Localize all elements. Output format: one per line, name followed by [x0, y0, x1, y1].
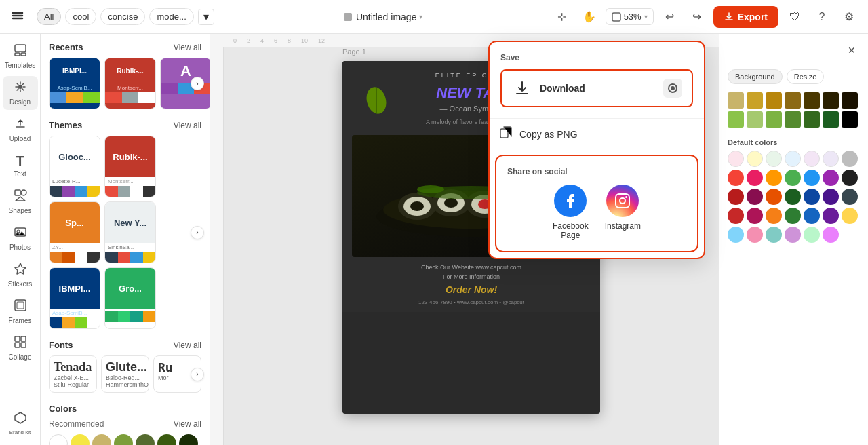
list-item[interactable]: IBMPl... Asap-SemiB...: [49, 58, 100, 109]
color-swatch[interactable]: [823, 151, 839, 167]
list-item[interactable]: Tenada Zacbel X-E... Stilu-Regular: [49, 355, 97, 393]
list-item[interactable]: Glute... Baloo-Reg... HammersmithOn...: [101, 355, 149, 393]
color-swatch[interactable]: [766, 92, 782, 109]
color-swatch[interactable]: [823, 208, 839, 224]
sidebar-item-templates[interactable]: Templates: [3, 39, 38, 73]
color-swatch[interactable]: [804, 227, 820, 243]
color-swatch[interactable]: [747, 111, 763, 128]
color-swatch[interactable]: [766, 227, 782, 243]
color-swatch[interactable]: [823, 189, 839, 205]
export-button[interactable]: Export: [713, 6, 778, 28]
color-swatch[interactable]: [766, 170, 782, 186]
color-swatch-1[interactable]: [49, 434, 68, 445]
colors-view-all[interactable]: View all: [174, 419, 201, 429]
sidebar-item-frames[interactable]: Frames: [3, 294, 38, 328]
color-swatch[interactable]: [728, 170, 744, 186]
zoom-control[interactable]: 53% ▾: [606, 8, 654, 25]
color-swatch[interactable]: [766, 111, 782, 128]
list-item[interactable]: Gro...: [104, 267, 156, 329]
tag-more-btn[interactable]: ▾: [198, 9, 214, 25]
color-swatch[interactable]: [804, 170, 820, 186]
tag-concise[interactable]: concise: [100, 8, 145, 25]
color-swatch[interactable]: [842, 151, 858, 167]
sidebar-item-photos[interactable]: Photos: [3, 221, 38, 255]
color-swatch[interactable]: [823, 92, 839, 109]
color-swatch[interactable]: [785, 189, 801, 205]
color-swatch[interactable]: [785, 92, 801, 109]
tag-cool[interactable]: cool: [65, 8, 96, 25]
color-swatch[interactable]: [842, 170, 858, 186]
color-swatch[interactable]: [766, 208, 782, 224]
color-swatch-2[interactable]: [71, 434, 90, 445]
color-swatch[interactable]: [785, 227, 801, 243]
doc-title[interactable]: Untitled image ▾: [342, 12, 423, 22]
color-swatch[interactable]: [804, 151, 820, 167]
sidebar-item-shapes[interactable]: Shapes: [3, 185, 38, 218]
move-tool[interactable]: ✋: [578, 6, 600, 28]
color-swatch[interactable]: [804, 92, 820, 109]
app-logo[interactable]: [8, 6, 27, 28]
color-swatch[interactable]: [728, 189, 744, 205]
color-swatch[interactable]: [804, 208, 820, 224]
color-swatch[interactable]: [747, 208, 763, 224]
resize-btn[interactable]: Resize: [787, 69, 825, 84]
color-swatch-3[interactable]: [92, 434, 111, 445]
download-settings-btn[interactable]: [663, 79, 682, 98]
facebook-share-btn[interactable]: FacebookPage: [553, 185, 589, 240]
color-swatch[interactable]: [823, 227, 839, 243]
select-tool[interactable]: ⊹: [551, 6, 573, 28]
fonts-view-all[interactable]: View all: [174, 341, 201, 350]
color-swatch[interactable]: [766, 151, 782, 167]
themes-next-btn[interactable]: ›: [191, 226, 204, 239]
color-swatch[interactable]: [823, 170, 839, 186]
color-swatch[interactable]: [728, 227, 744, 243]
color-swatch[interactable]: [747, 189, 763, 205]
sidebar-item-design[interactable]: Design: [3, 76, 38, 110]
tag-all[interactable]: All: [37, 8, 61, 25]
shield-icon-btn[interactable]: 🛡: [784, 6, 806, 28]
color-swatch[interactable]: [747, 227, 763, 243]
color-swatch[interactable]: [785, 111, 801, 128]
color-swatch[interactable]: [842, 92, 858, 109]
copy-png-row[interactable]: Copy as PNG: [490, 119, 704, 149]
fonts-next-btn[interactable]: ›: [191, 368, 204, 381]
redo-button[interactable]: ↪: [686, 6, 708, 28]
instagram-share-btn[interactable]: Instagram: [605, 185, 641, 240]
color-swatch-5[interactable]: [136, 434, 155, 445]
sidebar-item-collage[interactable]: Collage: [3, 331, 38, 365]
sidebar-item-stickers[interactable]: Stickers: [3, 258, 38, 292]
color-swatch[interactable]: [823, 111, 839, 128]
color-swatch[interactable]: [747, 92, 763, 109]
sidebar-item-text[interactable]: T Text: [3, 149, 38, 182]
undo-button[interactable]: ↩: [659, 6, 681, 28]
color-swatch[interactable]: [785, 208, 801, 224]
color-swatch-7[interactable]: [179, 434, 198, 445]
color-swatch[interactable]: [785, 170, 801, 186]
color-swatch[interactable]: [785, 151, 801, 167]
color-swatch[interactable]: [842, 189, 858, 205]
color-swatch[interactable]: [747, 170, 763, 186]
recents-next-btn[interactable]: ›: [191, 77, 204, 90]
color-swatch-4[interactable]: [114, 434, 133, 445]
color-swatch[interactable]: [747, 151, 763, 167]
recents-view-all[interactable]: View all: [174, 43, 201, 52]
close-color-panel-btn[interactable]: ✕: [841, 39, 863, 61]
color-swatch[interactable]: [728, 111, 744, 128]
download-row[interactable]: Download: [500, 69, 693, 107]
color-swatch[interactable]: [728, 208, 744, 224]
color-swatch[interactable]: [728, 151, 744, 167]
list-item[interactable]: Rubik-... Montserr...: [104, 58, 156, 109]
list-item[interactable]: Sp... ZY...: [49, 201, 100, 263]
list-item[interactable]: Glooc... Lucette-R...: [49, 136, 100, 197]
color-swatch[interactable]: [766, 189, 782, 205]
settings-button[interactable]: ⚙: [838, 6, 860, 28]
list-item[interactable]: IBMPl... Asap-SemiB...: [49, 267, 100, 329]
color-swatch[interactable]: [728, 92, 744, 109]
list-item[interactable]: Rubik-... Montserr...: [104, 136, 156, 197]
background-btn[interactable]: Background: [728, 69, 783, 84]
color-swatch[interactable]: [804, 189, 820, 205]
help-button[interactable]: ?: [811, 6, 833, 28]
sidebar-item-upload[interactable]: Upload: [3, 113, 38, 147]
color-swatch-6[interactable]: [157, 434, 176, 445]
color-swatch[interactable]: [804, 111, 820, 128]
